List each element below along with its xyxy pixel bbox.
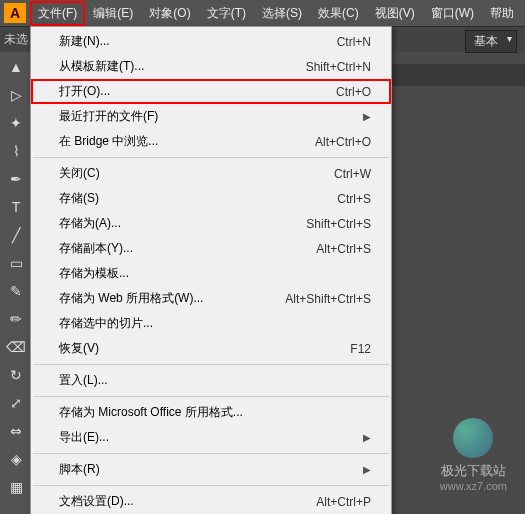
menu-separator <box>33 396 389 397</box>
menu-item-shortcut: Alt+Shift+Ctrl+S <box>285 292 371 306</box>
menu-item-label: 在 Bridge 中浏览... <box>59 133 158 150</box>
menu-item-shortcut: Shift+Ctrl+N <box>306 60 371 74</box>
type-tool-icon[interactable]: T <box>2 194 30 220</box>
file-menu-item-12[interactable]: 存储选中的切片... <box>31 311 391 336</box>
menu-item-label: 存储选中的切片... <box>59 315 153 332</box>
file-menu-item-15[interactable]: 置入(L)... <box>31 368 391 393</box>
menu-item-label: 恢复(V) <box>59 340 99 357</box>
menu-item-shortcut: Shift+Ctrl+S <box>306 217 371 231</box>
watermark: 极光下载站 www.xz7.com <box>440 418 507 492</box>
file-menu-dropdown: 新建(N)...Ctrl+N从模板新建(T)...Shift+Ctrl+N打开(… <box>30 26 392 514</box>
toolbox: ▲ ▷ ✦ ⌇ ✒ T ╱ ▭ ✎ ✏ ⌫ ↻ ⤢ ⇔ ◈ ▦ <box>0 52 32 514</box>
gradient-tool-icon[interactable]: ▦ <box>2 474 30 500</box>
menu-item-6[interactable]: 视图(V) <box>367 1 423 26</box>
menu-separator <box>33 453 389 454</box>
file-menu-item-6[interactable]: 关闭(C)Ctrl+W <box>31 161 391 186</box>
file-menu-item-13[interactable]: 恢复(V)F12 <box>31 336 391 361</box>
submenu-arrow-icon: ▶ <box>363 111 371 122</box>
selection-status: 未选 <box>4 31 28 48</box>
file-menu-item-2[interactable]: 打开(O)...Ctrl+O <box>31 79 391 104</box>
menu-item-label: 文档设置(D)... <box>59 493 134 510</box>
shape-tool-icon[interactable]: ◈ <box>2 446 30 472</box>
watermark-logo-icon <box>453 418 493 458</box>
menu-item-2[interactable]: 对象(O) <box>141 1 198 26</box>
file-menu-item-20[interactable]: 脚本(R)▶ <box>31 457 391 482</box>
menu-item-label: 置入(L)... <box>59 372 108 389</box>
direct-select-tool-icon[interactable]: ▷ <box>2 82 30 108</box>
file-menu-item-17[interactable]: 存储为 Microsoft Office 所用格式... <box>31 400 391 425</box>
menubar: 文件(F)编辑(E)对象(O)文字(T)选择(S)效果(C)视图(V)窗口(W)… <box>30 0 522 26</box>
pencil-tool-icon[interactable]: ✏ <box>2 306 30 332</box>
menu-item-shortcut: Alt+Ctrl+S <box>316 242 371 256</box>
lasso-tool-icon[interactable]: ⌇ <box>2 138 30 164</box>
menu-separator <box>33 364 389 365</box>
menu-item-label: 存储为 Web 所用格式(W)... <box>59 290 203 307</box>
menu-item-shortcut: Ctrl+S <box>337 192 371 206</box>
file-menu-item-18[interactable]: 导出(E)...▶ <box>31 425 391 450</box>
menu-item-shortcut: Ctrl+N <box>337 35 371 49</box>
file-menu-item-9[interactable]: 存储副本(Y)...Alt+Ctrl+S <box>31 236 391 261</box>
menu-separator <box>33 485 389 486</box>
rotate-tool-icon[interactable]: ↻ <box>2 362 30 388</box>
menu-item-label: 关闭(C) <box>59 165 100 182</box>
menu-item-0[interactable]: 文件(F) <box>30 1 85 26</box>
file-menu-item-11[interactable]: 存储为 Web 所用格式(W)...Alt+Shift+Ctrl+S <box>31 286 391 311</box>
menu-item-label: 存储(S) <box>59 190 99 207</box>
file-menu-item-8[interactable]: 存储为(A)...Shift+Ctrl+S <box>31 211 391 236</box>
eraser-tool-icon[interactable]: ⌫ <box>2 334 30 360</box>
menu-item-shortcut: Ctrl+W <box>334 167 371 181</box>
menu-item-shortcut: F12 <box>350 342 371 356</box>
menu-item-label: 存储为 Microsoft Office 所用格式... <box>59 404 243 421</box>
menu-item-label: 脚本(R) <box>59 461 100 478</box>
submenu-arrow-icon: ▶ <box>363 432 371 443</box>
menu-item-4[interactable]: 选择(S) <box>254 1 310 26</box>
file-menu-item-22[interactable]: 文档设置(D)...Alt+Ctrl+P <box>31 489 391 514</box>
menu-item-label: 从模板新建(T)... <box>59 58 144 75</box>
menu-item-shortcut: Alt+Ctrl+O <box>315 135 371 149</box>
brush-tool-icon[interactable]: ✎ <box>2 278 30 304</box>
file-menu-item-4[interactable]: 在 Bridge 中浏览...Alt+Ctrl+O <box>31 129 391 154</box>
pen-tool-icon[interactable]: ✒ <box>2 166 30 192</box>
menu-item-8[interactable]: 帮助 <box>482 1 522 26</box>
line-tool-icon[interactable]: ╱ <box>2 222 30 248</box>
menu-item-label: 导出(E)... <box>59 429 109 446</box>
menu-item-label: 最近打开的文件(F) <box>59 108 158 125</box>
submenu-arrow-icon: ▶ <box>363 464 371 475</box>
file-menu-item-1[interactable]: 从模板新建(T)...Shift+Ctrl+N <box>31 54 391 79</box>
menu-item-label: 存储为(A)... <box>59 215 121 232</box>
menu-item-label: 新建(N)... <box>59 33 110 50</box>
menu-item-5[interactable]: 效果(C) <box>310 1 367 26</box>
wand-tool-icon[interactable]: ✦ <box>2 110 30 136</box>
file-menu-item-3[interactable]: 最近打开的文件(F)▶ <box>31 104 391 129</box>
file-menu-item-10[interactable]: 存储为模板... <box>31 261 391 286</box>
width-tool-icon[interactable]: ⇔ <box>2 418 30 444</box>
scale-tool-icon[interactable]: ⤢ <box>2 390 30 416</box>
rect-tool-icon[interactable]: ▭ <box>2 250 30 276</box>
menu-item-3[interactable]: 文字(T) <box>199 1 254 26</box>
menu-item-shortcut: Ctrl+O <box>336 85 371 99</box>
watermark-url: www.xz7.com <box>440 480 507 492</box>
menu-item-shortcut: Alt+Ctrl+P <box>316 495 371 509</box>
watermark-text: 极光下载站 <box>440 462 507 480</box>
menu-item-label: 存储为模板... <box>59 265 129 282</box>
menu-item-1[interactable]: 编辑(E) <box>85 1 141 26</box>
app-icon: A <box>4 3 26 23</box>
file-menu-item-7[interactable]: 存储(S)Ctrl+S <box>31 186 391 211</box>
selection-tool-icon[interactable]: ▲ <box>2 54 30 80</box>
preset-dropdown[interactable]: 基本 <box>465 30 517 53</box>
menu-item-7[interactable]: 窗口(W) <box>423 1 482 26</box>
file-menu-item-0[interactable]: 新建(N)...Ctrl+N <box>31 29 391 54</box>
menu-separator <box>33 157 389 158</box>
menu-item-label: 存储副本(Y)... <box>59 240 133 257</box>
menu-item-label: 打开(O)... <box>59 83 110 100</box>
